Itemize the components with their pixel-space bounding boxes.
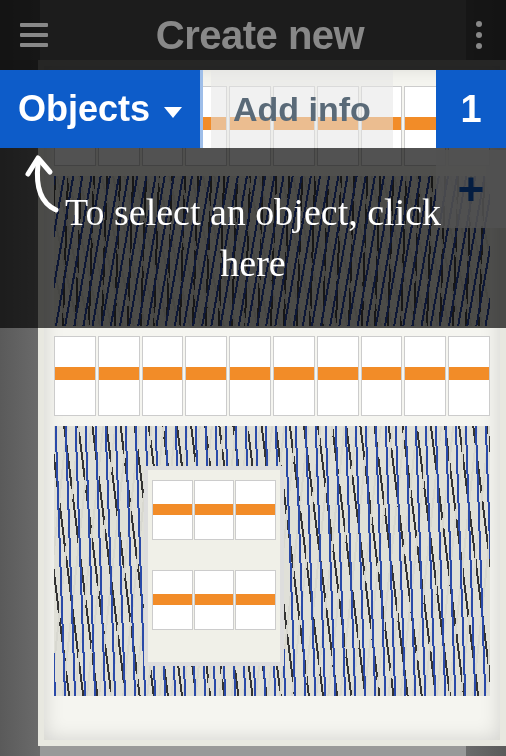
object-count-badge: 1 <box>436 70 506 148</box>
count-value: 1 <box>460 88 481 131</box>
menu-icon[interactable] <box>12 15 56 55</box>
toolbar: Objects Add info 1 <box>0 70 506 148</box>
coach-mark-overlay: To select an object, click here <box>0 148 506 328</box>
objects-label: Objects <box>18 88 150 130</box>
app-root: Create new Objects Add info 1 + To selec… <box>0 0 506 756</box>
chevron-down-icon <box>164 107 182 118</box>
coach-mark-text: To select an object, click here <box>0 148 506 328</box>
add-info-button[interactable]: Add info <box>211 70 393 148</box>
more-options-icon[interactable] <box>464 13 494 57</box>
add-info-label: Add info <box>233 90 371 129</box>
page-title: Create new <box>156 13 364 58</box>
objects-dropdown-button[interactable]: Objects <box>0 70 203 148</box>
app-header: Create new <box>0 0 506 70</box>
